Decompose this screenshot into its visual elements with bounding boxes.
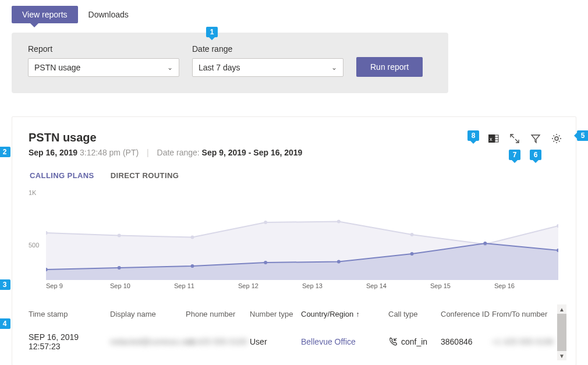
table-header: Time stamp Display name Phone number Num… (29, 304, 571, 323)
th-country-label: Country/Region (301, 310, 353, 318)
tab-calling-plans[interactable]: CALLING PLANS (30, 171, 94, 180)
cell-display-name: redacted@contoso.com (110, 337, 186, 346)
callout-7: 7 (509, 150, 520, 160)
sort-asc-icon: ↑ (356, 310, 360, 318)
cell-call-type-text: conf_in (401, 337, 427, 346)
th-conference-id[interactable]: Conference ID (441, 310, 492, 318)
report-time: 3:12:48 pm (PT) (80, 148, 139, 157)
chart-x-axis: Sep 9Sep 10Sep 11Sep 12Sep 13Sep 14Sep 1… (46, 282, 558, 297)
svg-point-5 (555, 137, 558, 140)
report-title: PSTN usage (29, 131, 302, 144)
cell-call-type: conf_in (388, 337, 441, 346)
scroll-down-icon[interactable]: ▼ (557, 351, 566, 360)
table-row[interactable]: SEP 16, 2019 12:57:23 redacted@contoso.c… (29, 323, 571, 360)
date-range-select[interactable]: Last 7 days ⌄ (192, 58, 343, 77)
th-number-type[interactable]: Number type (250, 310, 301, 318)
filter-icon[interactable]: 6 (530, 133, 541, 144)
svg-point-8 (190, 236, 194, 239)
svg-point-10 (337, 220, 341, 224)
svg-point-7 (118, 234, 121, 238)
report-label: Report (28, 44, 179, 54)
cell-timestamp: SEP 16, 2019 12:57:23 (29, 332, 110, 351)
th-from-to-number[interactable]: From/To number (492, 310, 562, 318)
th-display-name[interactable]: Display name (110, 310, 186, 318)
svg-point-17 (264, 261, 267, 264)
callout-5: 5 (577, 130, 588, 141)
svg-point-15 (118, 266, 121, 270)
chevron-down-icon: ⌄ (331, 63, 337, 72)
report-select-value: PSTN usage (34, 63, 80, 72)
report-select[interactable]: PSTN usage ⌄ (28, 58, 179, 77)
th-country-region[interactable]: Country/Region ↑ (301, 310, 388, 318)
svg-text:x: x (490, 136, 493, 142)
usage-chart: 1K 500 Sep 9Sep 10Sep 11Sep 12Sep 13Sep … (29, 193, 558, 297)
callout-2: 2 (0, 147, 10, 157)
phone-incoming-icon (388, 337, 398, 346)
scroll-up-icon[interactable]: ▲ (557, 304, 566, 314)
callout-3: 3 (0, 279, 10, 290)
settings-gear-icon[interactable] (551, 133, 562, 144)
cell-from-to-number: +1 425 555 0199 (492, 337, 562, 346)
tab-direct-routing[interactable]: DIRECT ROUTING (111, 171, 179, 180)
callout-6: 6 (530, 150, 541, 160)
data-table: Time stamp Display name Phone number Num… (29, 304, 571, 360)
svg-point-19 (410, 252, 414, 256)
ytick-1k: 1K (29, 189, 36, 196)
tab-downloads[interactable]: Downloads (78, 6, 139, 23)
scroll-thumb[interactable] (557, 314, 566, 351)
toolbar-icons: 8 x 7 6 5 (488, 131, 571, 144)
report-date: Sep 16, 2019 (29, 148, 77, 157)
cell-conference-id: 3860846 (441, 337, 492, 346)
top-tabs: View reports Downloads (12, 6, 576, 23)
date-range-label: Date range (192, 44, 343, 54)
filter-panel: Report PSTN usage ⌄ 1 Date range Last 7 … (12, 33, 448, 93)
svg-point-16 (190, 264, 194, 268)
svg-point-20 (483, 242, 487, 245)
report-range-value: Sep 9, 2019 - Sep 16, 2019 (202, 148, 303, 157)
th-phone-number[interactable]: Phone number (186, 310, 250, 318)
report-range-label: Date range: (157, 148, 200, 157)
report-sub-tabs: CALLING PLANS DIRECT ROUTING (29, 171, 571, 180)
callout-1: 1 (206, 27, 218, 37)
th-call-type[interactable]: Call type (388, 310, 441, 318)
fullscreen-icon[interactable]: 7 (509, 133, 520, 144)
export-excel-icon[interactable]: x (488, 133, 499, 144)
ytick-500: 500 (29, 242, 39, 249)
svg-point-18 (337, 260, 341, 264)
cell-number-type: User (250, 337, 301, 346)
callout-8: 8 (467, 130, 479, 141)
svg-rect-2 (495, 135, 498, 142)
report-card: PSTN usage Sep 16, 2019 3:12:48 pm (PT) … (12, 116, 576, 365)
cell-phone-number: +1 425 555 0100 (186, 337, 250, 346)
svg-point-9 (264, 221, 267, 224)
chevron-down-icon: ⌄ (167, 63, 173, 72)
th-timestamp[interactable]: Time stamp (29, 310, 110, 318)
cell-country-region[interactable]: Bellevue Office (301, 337, 388, 346)
run-report-button[interactable]: Run report (356, 57, 423, 77)
callout-4: 4 (0, 318, 10, 329)
date-range-value: Last 7 days (199, 63, 240, 72)
tab-view-reports[interactable]: View reports (12, 6, 78, 23)
svg-point-11 (410, 233, 414, 236)
scrollbar[interactable]: ▲ ▼ (557, 304, 566, 360)
report-subtitle: Sep 16, 2019 3:12:48 pm (PT) | Date rang… (29, 148, 302, 157)
